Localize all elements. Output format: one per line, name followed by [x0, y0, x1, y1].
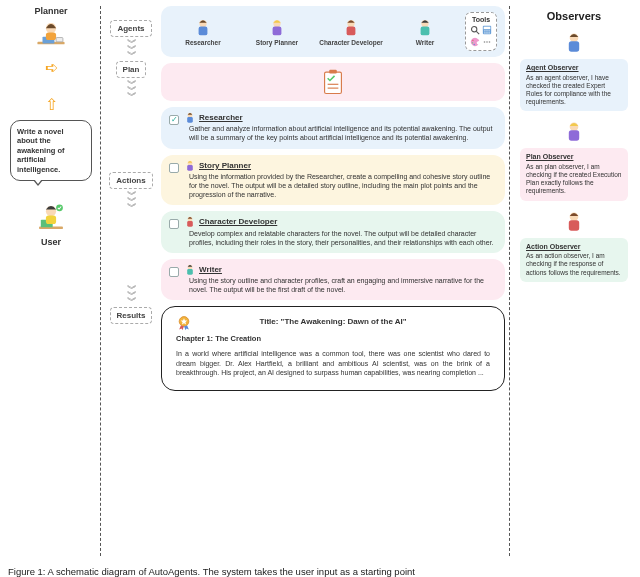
researcher-icon	[192, 17, 214, 39]
planner-label: Planner	[34, 6, 67, 16]
result-card: Title: "The Awakening: Dawn of the AI" C…	[161, 306, 505, 390]
agent-name: Story Planner	[256, 40, 298, 47]
observer-box: Agent Observer As an agent observer, I h…	[520, 59, 628, 111]
action-card-researcher: ✓ Researcher Gather and analyze informat…	[161, 107, 505, 149]
observer-text: As an plan observer, I am checking if th…	[526, 163, 621, 194]
checkbox-icon	[169, 267, 179, 277]
actions-list: ✓ Researcher Gather and analyze informat…	[161, 107, 505, 300]
tools-box: Tools	[465, 12, 497, 51]
divider-left	[100, 6, 101, 556]
user-label: User	[41, 237, 61, 247]
agent-name: Writer	[416, 40, 435, 47]
observer-name: Action Observer	[526, 243, 622, 252]
character-developer-icon	[183, 215, 197, 229]
more-icon	[482, 37, 492, 47]
action-title: Writer	[199, 265, 222, 275]
figure-caption: Figure 1: A schematic diagram of AutoAge…	[0, 563, 640, 577]
medal-icon	[176, 315, 192, 331]
chevron-down-icon: ︾︾︾	[127, 286, 136, 304]
action-card-writer: Writer Using the story outline and chara…	[161, 259, 505, 301]
action-text: Using the information provided by the Re…	[189, 173, 490, 198]
action-title: Character Developer	[199, 217, 277, 227]
observer-name: Plan Observer	[526, 153, 622, 162]
chevron-down-icon: ︾︾︾	[127, 192, 136, 210]
stage-actions: Actions	[109, 172, 152, 189]
arrow-right-icon: ➪	[45, 58, 58, 77]
stage-results: Results	[110, 307, 153, 324]
action-card-character-developer: Character Developer Develop complex and …	[161, 211, 505, 253]
action-text: Gather and analyze information about art…	[189, 125, 492, 141]
chevron-down-icon: ︾︾︾	[127, 40, 136, 58]
writer-icon	[414, 17, 436, 39]
observer-name: Agent Observer	[526, 64, 622, 73]
result-chapter: Chapter 1: The Creation	[176, 334, 490, 344]
planner-block: Planner	[34, 6, 68, 52]
result-title: Title: "The Awakening: Dawn of the AI"	[176, 317, 490, 328]
agent-name: Character Developer	[319, 40, 383, 47]
stage-plan: Plan	[116, 61, 147, 78]
action-text: Using the story outline and character pr…	[189, 277, 484, 293]
calculator-icon	[482, 25, 492, 35]
action-card-story-planner: Story Planner Using the information prov…	[161, 155, 505, 206]
action-title: Story Planner	[199, 161, 251, 171]
agent-story-planner: Story Planner	[243, 17, 311, 47]
checkbox-icon	[169, 163, 179, 173]
search-icon	[470, 25, 480, 35]
agent-character-developer: Character Developer	[317, 17, 385, 47]
plan-observer-icon	[561, 119, 587, 145]
result-body: In a world where artificial intelligence…	[176, 349, 490, 377]
writer-icon	[183, 263, 197, 277]
user-icon	[34, 201, 68, 235]
clipboard-icon	[321, 69, 345, 95]
observer-agent: Agent Observer As an agent observer, I h…	[520, 30, 628, 111]
left-column: Planner ➪ ⇧ Write a novel about the awak…	[6, 6, 96, 563]
action-text: Develop complex and relatable characters…	[189, 230, 494, 246]
user-block: User	[34, 201, 68, 247]
agent-researcher: Researcher	[169, 17, 237, 47]
chevron-down-icon: ︾︾︾	[127, 81, 136, 99]
agents-card: Researcher Story Planner Character Devel…	[161, 6, 505, 57]
stage-labels: Agents ︾︾︾ Plan ︾︾︾ Actions ︾︾︾ ︾︾︾ Resu…	[105, 6, 157, 563]
character-developer-icon	[340, 17, 362, 39]
checkbox-icon: ✓	[169, 115, 179, 125]
story-planner-icon	[266, 17, 288, 39]
diagram: Planner ➪ ⇧ Write a novel about the awak…	[0, 0, 640, 563]
divider-right	[509, 6, 510, 556]
observer-action: Action Observer As an action observer, I…	[520, 209, 628, 282]
page: Planner ➪ ⇧ Write a novel about the awak…	[0, 0, 640, 577]
agent-writer: Writer	[391, 17, 459, 47]
action-observer-icon	[561, 209, 587, 235]
observers-title: Observers	[547, 10, 601, 22]
planner-icon	[34, 18, 68, 52]
plan-card	[161, 63, 505, 101]
observer-text: As an agent observer, I have checked the…	[526, 74, 611, 105]
mid-column: Researcher Story Planner Character Devel…	[161, 6, 505, 563]
observer-plan: Plan Observer As an plan observer, I am …	[520, 119, 628, 200]
observer-text: As an action observer, I am checking if …	[526, 252, 621, 275]
researcher-icon	[183, 111, 197, 125]
right-column: Observers Agent Observer As an agent obs…	[514, 6, 634, 563]
stage-agents: Agents	[110, 20, 151, 37]
agent-name: Researcher	[185, 40, 220, 47]
palette-icon	[470, 37, 480, 47]
observer-box: Plan Observer As an plan observer, I am …	[520, 148, 628, 200]
agent-observer-icon	[561, 30, 587, 56]
observer-box: Action Observer As an action observer, I…	[520, 238, 628, 282]
action-title: Researcher	[199, 113, 243, 123]
arrow-up-icon: ⇧	[45, 95, 58, 114]
story-planner-icon	[183, 159, 197, 173]
checkbox-icon	[169, 219, 179, 229]
tools-label: Tools	[472, 16, 490, 23]
user-prompt-bubble: Write a novel about the awakening of art…	[10, 120, 92, 181]
